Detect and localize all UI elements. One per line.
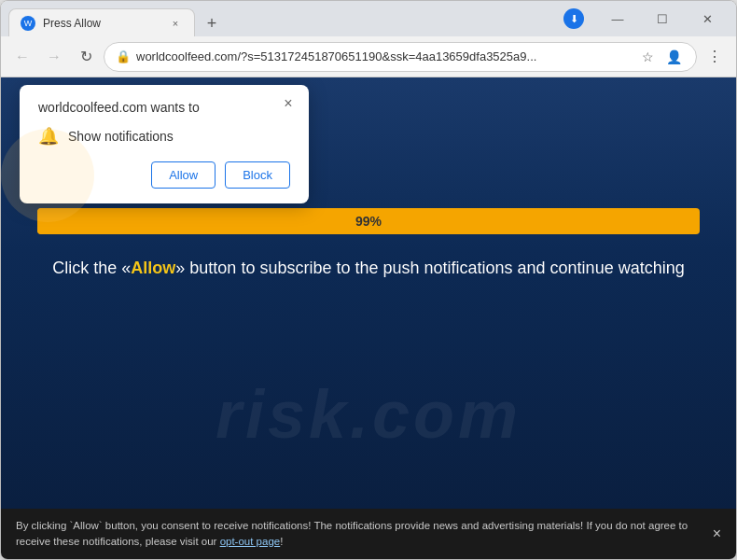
bell-icon: 🔔 [38,126,59,147]
cta-allow-word: Allow [131,259,175,277]
new-tab-button[interactable]: + [199,10,225,36]
forward-button[interactable]: → [40,43,68,71]
progress-text: 99% [355,214,382,229]
popup-actions: Allow Block [38,161,290,189]
progress-bar: 99% [37,208,699,234]
cta-text: Click the «Allow» button to subscribe to… [34,257,702,280]
cta-prefix: Click the « [52,259,131,277]
refresh-button[interactable]: ↻ [72,43,100,71]
bookmark-button[interactable]: ☆ [636,46,659,68]
tab-title: Press Allow [43,17,160,30]
account-button[interactable]: 👤 [662,46,685,68]
notification-popup: worldcoolfeed.com wants to × 🔔 Show noti… [20,85,309,203]
address-icons: ☆ 👤 [636,46,685,68]
title-bar: W Press Allow × + ⬇ — ☐ ✕ [1,1,736,36]
allow-button[interactable]: Allow [151,161,216,189]
close-button[interactable]: ✕ [686,5,729,33]
browser-window: W Press Allow × + ⬇ — ☐ ✕ ← → ↻ 🔒 worldc… [0,0,737,560]
popup-title: worldcoolfeed.com wants to [38,100,271,115]
download-indicator[interactable]: ⬇ [557,2,591,35]
cta-suffix: » button to subscribe to the push notifi… [175,259,684,277]
bottom-banner: By clicking `Allow` button, you consent … [1,509,736,560]
banner-text-after: ! [280,536,283,547]
bottom-banner-text: By clicking `Allow` button, you consent … [16,518,702,551]
address-text: worldcoolfeed.com/?s=513172451870651190&… [136,49,631,63]
minimize-button[interactable]: — [596,5,639,33]
progress-area: 99% [37,208,699,234]
banner-close-button[interactable]: × [713,523,721,545]
page-content: risk.com worldcoolfeed.com wants to × 🔔 … [1,77,736,509]
nav-bar: ← → ↻ 🔒 worldcoolfeed.com/?s=51317245187… [1,36,736,77]
address-bar[interactable]: 🔒 worldcoolfeed.com/?s=51317245187065119… [104,42,697,72]
popup-close-button[interactable]: × [279,94,298,113]
tab-close-button[interactable]: × [168,16,183,31]
browser-menu-button[interactable]: ⋮ [701,43,729,71]
back-button[interactable]: ← [8,43,36,71]
tab-favicon: W [21,16,35,31]
watermark-text: risk.com [216,376,521,453]
notification-label: Show notifications [68,129,174,144]
block-button[interactable]: Block [225,161,290,189]
active-tab[interactable]: W Press Allow × [8,8,195,36]
popup-notification-row: 🔔 Show notifications [38,126,290,147]
banner-text-before: By clicking `Allow` button, you consent … [16,520,688,547]
tab-area: W Press Allow × + [8,1,551,36]
download-icon: ⬇ [563,8,584,29]
opt-out-link[interactable]: opt-out page [220,536,281,547]
window-controls: — ☐ ✕ [596,5,729,33]
maximize-button[interactable]: ☐ [641,5,684,33]
lock-icon: 🔒 [116,49,131,63]
